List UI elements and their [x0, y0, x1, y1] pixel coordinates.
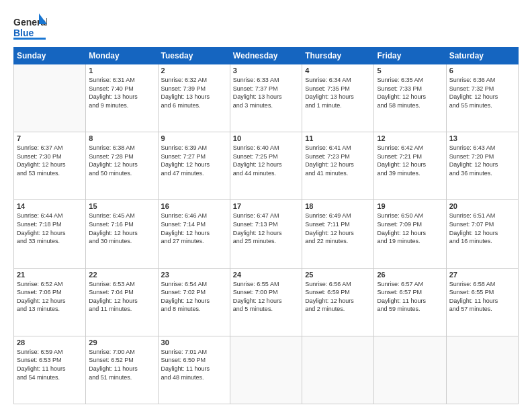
calendar-cell: 21Sunrise: 6:52 AM Sunset: 7:06 PM Dayli…	[14, 268, 86, 336]
calendar-week-3: 21Sunrise: 6:52 AM Sunset: 7:06 PM Dayli…	[14, 268, 519, 336]
logo: General Blue	[13, 12, 47, 42]
day-info: Sunrise: 6:44 AM Sunset: 7:18 PM Dayligh…	[17, 212, 83, 245]
page: General Blue SundayMondayTuesdayWednesda…	[0, 0, 532, 411]
day-number: 22	[89, 271, 154, 279]
day-info: Sunrise: 6:31 AM Sunset: 7:40 PM Dayligh…	[89, 76, 154, 109]
calendar-cell: 3Sunrise: 6:33 AM Sunset: 7:37 PM Daylig…	[230, 64, 302, 132]
day-number: 23	[161, 271, 227, 279]
calendar-cell: 23Sunrise: 6:54 AM Sunset: 7:02 PM Dayli…	[158, 268, 230, 336]
calendar-cell	[446, 336, 518, 404]
calendar-cell: 11Sunrise: 6:41 AM Sunset: 7:23 PM Dayli…	[302, 132, 374, 200]
day-number: 6	[449, 66, 515, 75]
day-number: 30	[161, 338, 227, 347]
calendar-header-wednesday: Wednesday	[230, 48, 302, 64]
day-number: 17	[233, 202, 299, 210]
day-number: 2	[161, 66, 227, 75]
day-number: 26	[377, 271, 443, 279]
day-number: 16	[161, 202, 227, 210]
day-info: Sunrise: 6:32 AM Sunset: 7:39 PM Dayligh…	[161, 76, 227, 109]
day-number: 18	[305, 202, 371, 210]
day-info: Sunrise: 6:40 AM Sunset: 7:25 PM Dayligh…	[233, 144, 299, 177]
day-info: Sunrise: 6:45 AM Sunset: 7:16 PM Dayligh…	[89, 212, 154, 245]
day-number: 19	[377, 202, 443, 210]
calendar-cell: 6Sunrise: 6:36 AM Sunset: 7:32 PM Daylig…	[446, 64, 518, 132]
day-number: 8	[89, 134, 154, 142]
day-info: Sunrise: 6:35 AM Sunset: 7:33 PM Dayligh…	[377, 76, 443, 109]
calendar-cell: 2Sunrise: 6:32 AM Sunset: 7:39 PM Daylig…	[158, 64, 230, 132]
day-number: 7	[17, 134, 83, 142]
calendar-table: SundayMondayTuesdayWednesdayThursdayFrid…	[13, 47, 519, 404]
calendar-cell: 28Sunrise: 6:59 AM Sunset: 6:53 PM Dayli…	[14, 336, 86, 404]
calendar-header-thursday: Thursday	[302, 48, 374, 64]
calendar-cell: 19Sunrise: 6:50 AM Sunset: 7:09 PM Dayli…	[374, 200, 446, 268]
day-number: 11	[305, 134, 371, 142]
calendar-cell: 5Sunrise: 6:35 AM Sunset: 7:33 PM Daylig…	[374, 64, 446, 132]
calendar-header-tuesday: Tuesday	[158, 48, 230, 64]
calendar-header-saturday: Saturday	[446, 48, 518, 64]
day-number: 25	[305, 271, 371, 279]
day-info: Sunrise: 6:58 AM Sunset: 6:55 PM Dayligh…	[449, 280, 515, 314]
calendar-week-1: 7Sunrise: 6:37 AM Sunset: 7:30 PM Daylig…	[14, 132, 519, 200]
calendar-cell: 24Sunrise: 6:55 AM Sunset: 7:00 PM Dayli…	[230, 268, 302, 336]
day-info: Sunrise: 6:57 AM Sunset: 6:57 PM Dayligh…	[377, 280, 443, 314]
day-info: Sunrise: 6:50 AM Sunset: 7:09 PM Dayligh…	[377, 212, 443, 245]
calendar-cell	[302, 336, 374, 404]
day-number: 24	[233, 271, 299, 279]
calendar-cell: 26Sunrise: 6:57 AM Sunset: 6:57 PM Dayli…	[374, 268, 446, 336]
calendar-cell: 9Sunrise: 6:39 AM Sunset: 7:27 PM Daylig…	[158, 132, 230, 200]
day-info: Sunrise: 6:41 AM Sunset: 7:23 PM Dayligh…	[305, 144, 371, 177]
day-info: Sunrise: 6:46 AM Sunset: 7:14 PM Dayligh…	[161, 212, 227, 245]
calendar-cell: 16Sunrise: 6:46 AM Sunset: 7:14 PM Dayli…	[158, 200, 230, 268]
calendar-cell: 8Sunrise: 6:38 AM Sunset: 7:28 PM Daylig…	[86, 132, 158, 200]
day-info: Sunrise: 6:33 AM Sunset: 7:37 PM Dayligh…	[233, 76, 299, 109]
calendar-cell: 14Sunrise: 6:44 AM Sunset: 7:18 PM Dayli…	[14, 200, 86, 268]
svg-rect-3	[13, 38, 46, 40]
day-info: Sunrise: 6:37 AM Sunset: 7:30 PM Dayligh…	[17, 144, 83, 177]
calendar-cell: 27Sunrise: 6:58 AM Sunset: 6:55 PM Dayli…	[446, 268, 518, 336]
day-info: Sunrise: 6:51 AM Sunset: 7:07 PM Dayligh…	[449, 212, 515, 245]
day-number: 15	[89, 202, 154, 210]
calendar-week-4: 28Sunrise: 6:59 AM Sunset: 6:53 PM Dayli…	[14, 336, 519, 404]
day-info: Sunrise: 6:42 AM Sunset: 7:21 PM Dayligh…	[377, 144, 443, 177]
calendar-cell: 1Sunrise: 6:31 AM Sunset: 7:40 PM Daylig…	[86, 64, 158, 132]
day-number: 29	[89, 338, 154, 347]
calendar-cell: 29Sunrise: 7:00 AM Sunset: 6:52 PM Dayli…	[86, 336, 158, 404]
calendar-cell: 7Sunrise: 6:37 AM Sunset: 7:30 PM Daylig…	[14, 132, 86, 200]
svg-text:Blue: Blue	[13, 28, 34, 38]
calendar-header-row: SundayMondayTuesdayWednesdayThursdayFrid…	[14, 48, 519, 64]
day-info: Sunrise: 6:38 AM Sunset: 7:28 PM Dayligh…	[89, 144, 154, 177]
day-info: Sunrise: 7:01 AM Sunset: 6:50 PM Dayligh…	[161, 348, 227, 381]
day-info: Sunrise: 6:53 AM Sunset: 7:04 PM Dayligh…	[89, 280, 154, 314]
day-info: Sunrise: 6:59 AM Sunset: 6:53 PM Dayligh…	[17, 348, 83, 381]
day-info: Sunrise: 6:49 AM Sunset: 7:11 PM Dayligh…	[305, 212, 371, 245]
calendar-cell	[230, 336, 302, 404]
day-number: 14	[17, 202, 83, 210]
logo-icon: General Blue	[13, 12, 47, 42]
day-info: Sunrise: 6:52 AM Sunset: 7:06 PM Dayligh…	[17, 280, 83, 314]
day-number: 12	[377, 134, 443, 142]
calendar-cell	[374, 336, 446, 404]
day-number: 5	[377, 66, 443, 75]
day-number: 28	[17, 338, 83, 347]
calendar-cell	[14, 64, 86, 132]
header: General Blue	[13, 12, 519, 42]
calendar-cell: 20Sunrise: 6:51 AM Sunset: 7:07 PM Dayli…	[446, 200, 518, 268]
day-info: Sunrise: 6:47 AM Sunset: 7:13 PM Dayligh…	[233, 212, 299, 245]
day-number: 3	[233, 66, 299, 75]
calendar-cell: 4Sunrise: 6:34 AM Sunset: 7:35 PM Daylig…	[302, 64, 374, 132]
calendar-cell: 18Sunrise: 6:49 AM Sunset: 7:11 PM Dayli…	[302, 200, 374, 268]
calendar-cell: 22Sunrise: 6:53 AM Sunset: 7:04 PM Dayli…	[86, 268, 158, 336]
day-number: 9	[161, 134, 227, 142]
day-info: Sunrise: 6:34 AM Sunset: 7:35 PM Dayligh…	[305, 76, 371, 109]
calendar-cell: 30Sunrise: 7:01 AM Sunset: 6:50 PM Dayli…	[158, 336, 230, 404]
day-info: Sunrise: 7:00 AM Sunset: 6:52 PM Dayligh…	[89, 348, 154, 381]
day-info: Sunrise: 6:56 AM Sunset: 6:59 PM Dayligh…	[305, 280, 371, 314]
calendar-cell: 13Sunrise: 6:43 AM Sunset: 7:20 PM Dayli…	[446, 132, 518, 200]
calendar-cell: 10Sunrise: 6:40 AM Sunset: 7:25 PM Dayli…	[230, 132, 302, 200]
day-number: 13	[449, 134, 515, 142]
day-number: 21	[17, 271, 83, 279]
calendar-cell: 12Sunrise: 6:42 AM Sunset: 7:21 PM Dayli…	[374, 132, 446, 200]
day-info: Sunrise: 6:43 AM Sunset: 7:20 PM Dayligh…	[449, 144, 515, 177]
calendar-header-friday: Friday	[374, 48, 446, 64]
calendar-header-sunday: Sunday	[14, 48, 86, 64]
